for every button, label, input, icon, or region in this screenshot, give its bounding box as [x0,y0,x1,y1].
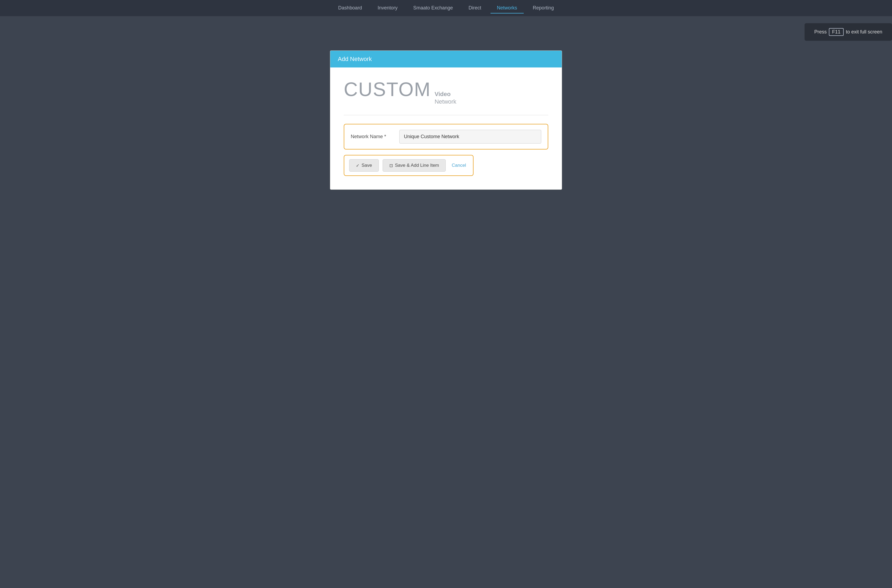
cancel-button[interactable]: Cancel [450,159,468,171]
logo-video-text: Video [435,91,451,98]
save-button[interactable]: ✓ Save [349,159,379,172]
tooltip-press-text: Press [814,29,827,35]
nav-item-smaato-exchange[interactable]: Smaato Exchange [406,3,459,14]
fullscreen-tooltip-wrapper: Press F11 to exit full screen [0,19,892,45]
main-content: Add Network CUSTOM Video Network Network… [0,48,892,588]
save-add-button-label: Save & Add Line Item [395,163,439,168]
nav-item-networks[interactable]: Networks [490,3,524,14]
save-add-line-item-button[interactable]: ⊡ Save & Add Line Item [382,159,446,172]
nav-item-direct[interactable]: Direct [462,3,488,14]
save-check-icon: ✓ [356,163,360,168]
f11-key-badge: F11 [829,28,844,36]
card-header-title: Add Network [338,56,372,62]
network-logo: CUSTOM Video Network [344,78,548,105]
tooltip-suffix-text: to exit full screen [846,29,882,35]
form-buttons-row: ✓ Save ⊡ Save & Add Line Item Cancel [344,155,474,176]
logo-video-network: Video Network [435,91,457,105]
nav-item-reporting[interactable]: Reporting [526,3,561,14]
logo-network-text: Network [435,98,457,105]
fullscreen-tooltip: Press F11 to exit full screen [805,23,892,41]
nav-item-inventory[interactable]: Inventory [371,3,404,14]
save-add-icon: ⊡ [389,163,393,168]
nav-item-dashboard[interactable]: Dashboard [331,3,368,14]
save-button-label: Save [361,163,372,168]
top-navigation: Dashboard Inventory Smaato Exchange Dire… [0,0,892,16]
network-name-form-row: Network Name * [344,124,548,150]
network-name-label: Network Name * [351,134,394,140]
card-body: CUSTOM Video Network Network Name * ✓ Sa… [330,68,562,189]
logo-custom-text: CUSTOM [344,78,431,100]
network-name-input[interactable] [399,130,541,144]
add-network-card: Add Network CUSTOM Video Network Network… [330,51,562,190]
card-header: Add Network [330,51,562,68]
